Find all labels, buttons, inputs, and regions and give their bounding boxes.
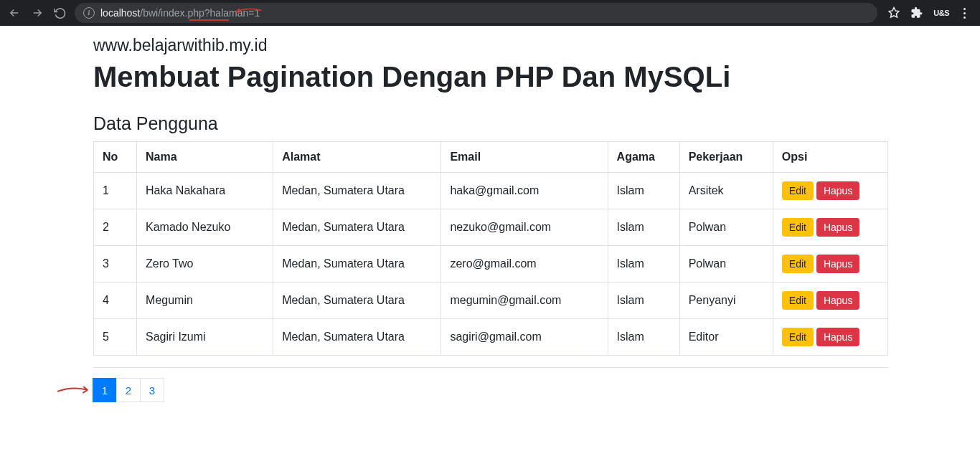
table-header-row: No Nama Alamat Email Agama Pekerjaan Ops… <box>94 142 888 173</box>
page-link-1[interactable]: 1 <box>93 378 117 402</box>
cell-email: haka@gmail.com <box>441 173 608 209</box>
cell-agama: Islam <box>608 246 679 283</box>
table-row: 1Haka NakaharaMedan, Sumatera Utarahaka@… <box>94 173 888 209</box>
annotation-underline <box>189 19 229 21</box>
hapus-button[interactable]: Hapus <box>816 328 859 346</box>
back-button[interactable] <box>6 4 23 22</box>
cell-opsi: EditHapus <box>773 173 887 209</box>
table-row: 4MeguminMedan, Sumatera Utaramegumin@gma… <box>94 283 888 319</box>
cell-alamat: Medan, Sumatera Utara <box>273 283 441 319</box>
table-row: 3Zero TwoMedan, Sumatera Utarazero@gmail… <box>94 246 888 283</box>
th-nama: Nama <box>137 142 273 173</box>
cell-opsi: EditHapus <box>773 246 887 283</box>
cell-pekerjaan: Penyanyi <box>679 283 773 319</box>
cell-email: megumin@gmail.com <box>441 283 608 319</box>
cell-alamat: Medan, Sumatera Utara <box>273 319 441 356</box>
cell-no: 3 <box>94 246 137 283</box>
cell-pekerjaan: Editor <box>679 319 773 356</box>
edit-button[interactable]: Edit <box>782 291 814 310</box>
cell-pekerjaan: Polwan <box>679 246 773 283</box>
edit-button[interactable]: Edit <box>782 181 814 200</box>
edit-button[interactable]: Edit <box>782 328 814 346</box>
cell-nama: Haka Nakahara <box>137 173 273 209</box>
cell-nama: Kamado Nezuko <box>137 209 273 246</box>
cell-opsi: EditHapus <box>773 209 887 246</box>
cell-alamat: Medan, Sumatera Utara <box>273 173 441 209</box>
menu-button[interactable] <box>959 5 970 22</box>
hapus-button[interactable]: Hapus <box>816 181 859 200</box>
edit-button[interactable]: Edit <box>782 218 814 237</box>
site-url-heading: www.belajarwithib.my.id <box>93 36 980 55</box>
cell-pekerjaan: Polwan <box>679 209 773 246</box>
th-opsi: Opsi <box>773 142 887 173</box>
forward-button[interactable] <box>29 4 46 22</box>
cell-email: sagiri@gmail.com <box>441 319 608 356</box>
reload-button[interactable] <box>52 4 69 22</box>
th-no: No <box>94 142 137 173</box>
section-title: Data Pengguna <box>93 113 980 134</box>
browser-toolbar: i localhost/bwi/index.php?halaman=1 U&S <box>0 0 980 26</box>
th-email: Email <box>441 142 608 173</box>
cell-pekerjaan: Arsitek <box>679 173 773 209</box>
cell-agama: Islam <box>608 283 679 319</box>
address-bar[interactable]: i localhost/bwi/index.php?halaman=1 <box>75 3 877 23</box>
cell-opsi: EditHapus <box>773 319 887 356</box>
edit-button[interactable]: Edit <box>782 255 814 273</box>
cell-no: 2 <box>94 209 137 246</box>
cell-agama: Islam <box>608 173 679 209</box>
url-text: localhost/bwi/index.php?halaman=1 <box>100 7 260 19</box>
page-link-3[interactable]: 3 <box>140 378 164 402</box>
site-info-icon[interactable]: i <box>83 7 95 19</box>
hapus-button[interactable]: Hapus <box>816 255 859 273</box>
profile-badge[interactable]: U&S <box>933 9 949 17</box>
data-table: No Nama Alamat Email Agama Pekerjaan Ops… <box>93 141 888 356</box>
cell-agama: Islam <box>608 319 679 356</box>
extensions-icon[interactable] <box>910 6 923 19</box>
annotation-arrow-icon <box>56 381 90 399</box>
cell-opsi: EditHapus <box>773 283 887 319</box>
cell-no: 1 <box>94 173 137 209</box>
page-link-2[interactable]: 2 <box>116 378 141 402</box>
th-alamat: Alamat <box>273 142 441 173</box>
bookmark-icon[interactable] <box>887 6 900 19</box>
toolbar-actions: U&S <box>883 5 974 22</box>
th-pekerjaan: Pekerjaan <box>679 142 773 173</box>
cell-alamat: Medan, Sumatera Utara <box>273 246 441 283</box>
divider <box>93 367 888 368</box>
page-title: Membuat Pagination Dengan PHP Dan MySQLi <box>93 61 980 93</box>
cell-email: nezuko@gmail.com <box>441 209 608 246</box>
cell-agama: Islam <box>608 209 679 246</box>
page-content: www.belajarwithib.my.id Membuat Paginati… <box>0 26 980 417</box>
cell-alamat: Medan, Sumatera Utara <box>273 209 441 246</box>
hapus-button[interactable]: Hapus <box>816 291 859 310</box>
table-row: 5Sagiri IzumiMedan, Sumatera Utarasagiri… <box>94 319 888 356</box>
cell-nama: Sagiri Izumi <box>137 319 273 356</box>
pagination: 123 <box>93 378 980 402</box>
cell-email: zero@gmail.com <box>441 246 608 283</box>
cell-no: 5 <box>94 319 137 356</box>
th-agama: Agama <box>608 142 679 173</box>
cell-nama: Megumin <box>137 283 273 319</box>
cell-no: 4 <box>94 283 137 319</box>
table-row: 2Kamado NezukoMedan, Sumatera Utaranezuk… <box>94 209 888 246</box>
hapus-button[interactable]: Hapus <box>816 218 859 237</box>
cell-nama: Zero Two <box>137 246 273 283</box>
